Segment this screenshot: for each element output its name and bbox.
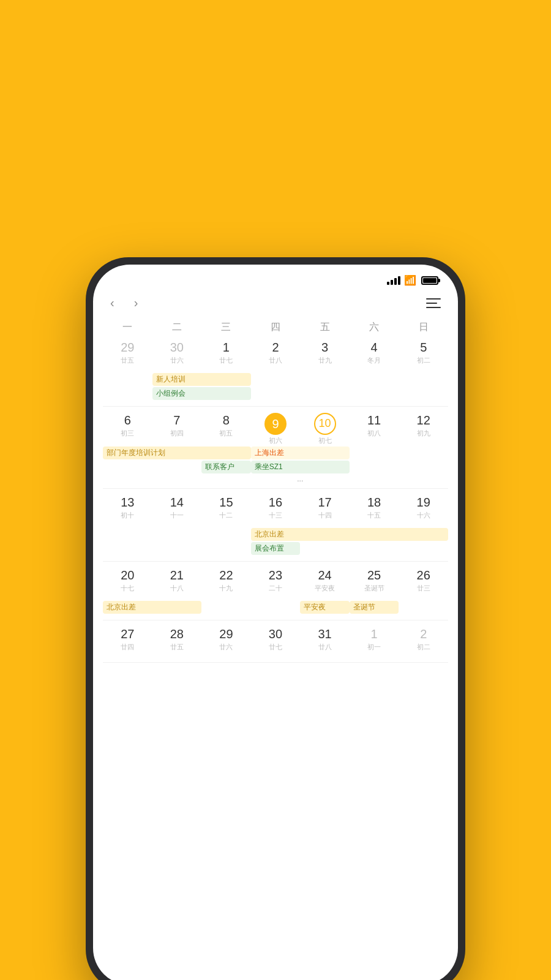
wifi-icon: 📶: [404, 274, 416, 286]
lunar-date: 十四: [318, 511, 332, 520]
event-block[interactable]: 乘坐SZ1: [251, 461, 350, 473]
day-cell[interactable]: 13初十: [103, 492, 152, 528]
day-cell[interactable]: 24平安夜: [300, 565, 350, 601]
lunar-date: 十一: [170, 511, 184, 520]
phone-outer: 📶 ‹ ›: [86, 257, 465, 980]
day-number: 2: [420, 627, 427, 641]
day-cell[interactable]: 17十四: [300, 492, 350, 528]
day-number: 26: [417, 568, 430, 582]
day-cell[interactable]: 18十五: [350, 492, 399, 528]
day-number: 3: [321, 340, 328, 355]
day-cell[interactable]: 2初二: [399, 624, 448, 660]
calendar-header: ‹ ›: [93, 291, 458, 317]
weekday-label: 三: [201, 317, 251, 337]
day-number: 19: [417, 495, 430, 510]
day-cell[interactable]: 22十九: [201, 565, 251, 601]
day-cell[interactable]: 31廿八: [300, 624, 350, 660]
day-number: 29: [219, 627, 233, 641]
day-cell[interactable]: 19十六: [399, 492, 448, 528]
lunar-date: 廿六: [219, 643, 233, 652]
lunar-date: 圣诞节: [364, 584, 384, 593]
day-number: 27: [121, 627, 134, 641]
day-number: 14: [170, 495, 184, 510]
event-block[interactable]: 北京出差: [103, 601, 201, 614]
day-number: 2: [272, 340, 279, 355]
event-block[interactable]: 联系客户: [201, 461, 251, 473]
lunar-date: 十九: [219, 584, 233, 593]
day-cell[interactable]: 3廿九: [300, 337, 350, 373]
day-cell[interactable]: 5初二: [399, 337, 448, 373]
day-cell[interactable]: 10初七: [300, 410, 350, 447]
day-cell[interactable]: 23二十: [251, 565, 301, 601]
day-cell[interactable]: 7初四: [152, 410, 202, 447]
day-cell[interactable]: 20十七: [103, 565, 152, 601]
weekday-label: 六: [350, 317, 399, 337]
lunar-date: 廿三: [417, 584, 430, 593]
day-cell[interactable]: 6初三: [103, 410, 152, 447]
day-cell[interactable]: 4冬月: [350, 337, 399, 373]
lunar-date: 初三: [121, 429, 134, 438]
next-month-button[interactable]: ›: [134, 296, 138, 310]
day-cell[interactable]: 30廿六: [152, 337, 202, 373]
lunar-date: 廿七: [219, 356, 233, 365]
day-cell[interactable]: 29廿五: [103, 337, 152, 373]
lunar-date: 廿八: [269, 356, 282, 365]
day-number: 24: [318, 568, 331, 582]
phone-inner: 📶 ‹ ›: [93, 265, 458, 980]
lunar-date: 初六: [269, 436, 282, 445]
hero-title: [0, 0, 551, 49]
lunar-date: 廿九: [318, 356, 332, 365]
event-block[interactable]: 上海出差: [251, 447, 350, 459]
weekday-label: 二: [152, 317, 202, 337]
day-number: 11: [367, 413, 381, 428]
event-block[interactable]: 平安夜: [300, 601, 350, 614]
menu-button[interactable]: [426, 298, 441, 308]
lunar-date: 二十: [269, 584, 282, 593]
day-cell[interactable]: 30廿七: [251, 624, 301, 660]
menu-line-3: [426, 307, 441, 308]
day-cell[interactable]: 28廿五: [152, 624, 202, 660]
day-cell[interactable]: 26廿三: [399, 565, 448, 601]
lunar-date: 十三: [269, 511, 282, 520]
week-row: 20十七21十八22十九23二十24平安夜25圣诞节26廿三北京出差平安夜圣诞节: [103, 565, 448, 620]
day-cell[interactable]: 1廿七: [201, 337, 251, 373]
day-cell[interactable]: 29廿六: [201, 624, 251, 660]
calendar-body[interactable]: 29廿五30廿六1廿七2廿八3廿九4冬月5初二新人培训小组例会6初三7初四8初五…: [93, 337, 458, 980]
day-number: 5: [420, 340, 427, 355]
day-number: 21: [170, 568, 184, 582]
event-block[interactable]: 新人培训: [152, 373, 251, 386]
event-block[interactable]: 北京出差: [251, 528, 448, 541]
lunar-date: 初五: [219, 429, 233, 438]
day-cell[interactable]: 21十八: [152, 565, 202, 601]
weekday-label: 日: [399, 317, 448, 337]
week-row: 13初十14十一15十二16十三17十四18十五19十六北京出差展会布置: [103, 492, 448, 562]
day-number: 13: [121, 495, 134, 510]
day-cell[interactable]: 16十三: [251, 492, 301, 528]
event-block[interactable]: 小组例会: [152, 387, 251, 400]
day-cell[interactable]: 12初九: [399, 410, 448, 447]
weekday-label: 五: [300, 317, 350, 337]
day-cell[interactable]: 11初八: [350, 410, 399, 447]
event-block[interactable]: 展会布置: [251, 542, 301, 555]
day-cell[interactable]: 15十二: [201, 492, 251, 528]
lunar-date: 初二: [417, 356, 430, 365]
day-cell[interactable]: 25圣诞节: [350, 565, 399, 601]
day-number: 4: [371, 340, 378, 355]
prev-month-button[interactable]: ‹: [110, 296, 114, 310]
event-block[interactable]: 圣诞节: [350, 601, 399, 614]
day-cell[interactable]: 2廿八: [251, 337, 301, 373]
day-cell[interactable]: 1初一: [350, 624, 399, 660]
day-number: 6: [124, 413, 131, 428]
week-row: 6初三7初四8初五9初六10初七11初八12初九部门年度培训计划上海出差联系客户…: [103, 410, 448, 489]
week-row: 27廿四28廿五29廿六30廿七31廿八1初一2初二: [103, 624, 448, 663]
hero-section: [0, 0, 551, 49]
day-cell[interactable]: 8初五: [201, 410, 251, 447]
day-cell[interactable]: 14十一: [152, 492, 202, 528]
menu-line-2: [426, 303, 437, 304]
day-cell[interactable]: 9初六: [251, 410, 301, 447]
day-cell[interactable]: 27廿四: [103, 624, 152, 660]
calendar-nav: ‹ ›: [110, 296, 138, 310]
lunar-date: 平安夜: [315, 584, 335, 593]
event-block[interactable]: 部门年度培训计划: [103, 447, 251, 459]
event-more[interactable]: ...: [251, 475, 350, 483]
